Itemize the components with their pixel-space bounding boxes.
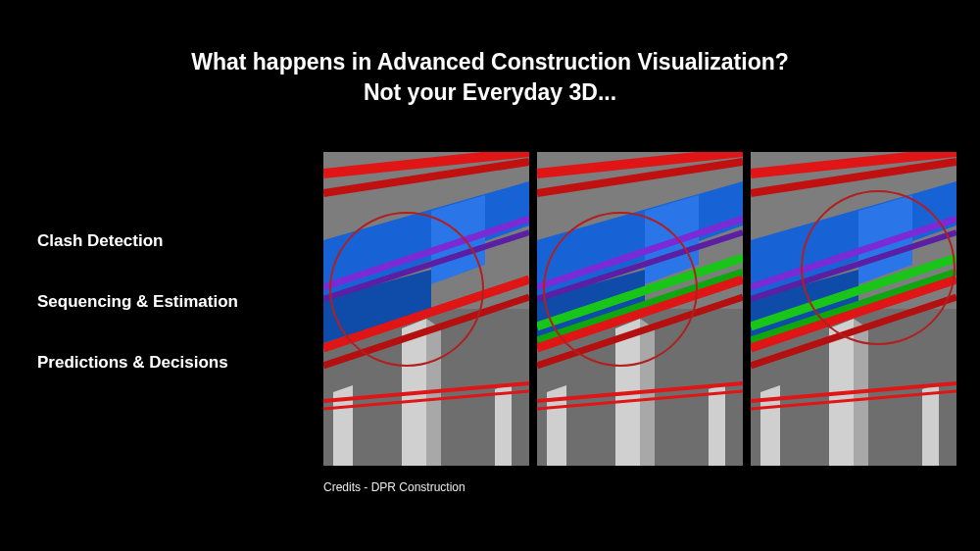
bim-render-2 xyxy=(537,152,743,466)
credits-text: Credits - DPR Construction xyxy=(323,480,466,494)
bim-panel-2 xyxy=(537,152,743,466)
bullet-sequencing-estimation: Sequencing & Estimation xyxy=(37,292,238,312)
bullet-predictions-decisions: Predictions & Decisions xyxy=(37,353,238,373)
bim-image-row xyxy=(323,152,956,466)
bullet-list: Clash Detection Sequencing & Estimation … xyxy=(37,231,238,414)
title-line-2: Not your Everyday 3D... xyxy=(364,79,616,105)
title-line-1: What happens in Advanced Construction Vi… xyxy=(191,49,789,75)
bim-render-3 xyxy=(751,152,956,466)
svg-marker-43 xyxy=(922,383,939,466)
bim-panel-1 xyxy=(323,152,529,466)
slide-title: What happens in Advanced Construction Vi… xyxy=(0,47,980,108)
svg-marker-23 xyxy=(709,383,725,466)
bim-panel-3 xyxy=(751,152,956,466)
bullet-clash-detection: Clash Detection xyxy=(37,231,238,251)
bim-render-1 xyxy=(323,152,529,466)
svg-marker-5 xyxy=(495,383,512,466)
